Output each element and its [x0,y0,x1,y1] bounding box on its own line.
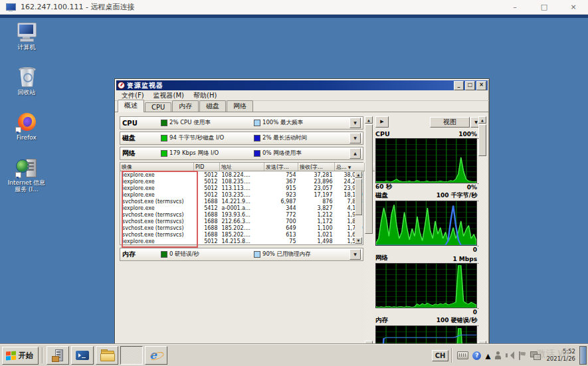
scrollbar-thumb[interactable] [365,124,373,234]
explorer-icon [100,349,114,362]
close-icon[interactable]: × [476,81,486,90]
table-cell: iexplore.exe [120,185,194,191]
tray-separator [451,348,452,363]
rdp-app-icon [6,3,16,11]
close-icon[interactable]: × [559,0,588,15]
chevron-down-icon[interactable]: ▼ [349,118,361,128]
table-row[interactable]: svchost.exe (termsvcs)1688185.202....613… [120,231,375,238]
tab-概述[interactable]: 概述 [118,100,144,112]
column-header[interactable]: 地址 [220,163,264,171]
section-header-disk[interactable]: 磁盘 94 千字节/秒磁盘 I/O 2% 最长活动时间 ▼ [120,132,363,145]
system-tray: 激活 Wi CH ?▴ 5:52 2021/1/26 [432,347,588,364]
screenshot-root: 162.247.100.111 - 远程桌面连接 –□× 计算机回收站Firef… [0,0,588,366]
table-row[interactable]: iexplore.exe5012108.235....36723,89624,2… [120,178,375,185]
scroll-down-icon[interactable]: ▼ [355,237,362,244]
table-cell: 193.93.6... [220,211,264,218]
section-header-cpu[interactable]: CPU 2% CPU 使用率 100% 最大频率 ▼ [120,116,363,130]
minimize-icon[interactable]: – [500,0,530,15]
explorer-taskbar-button[interactable] [96,346,118,365]
column-header[interactable]: 总...▼ [335,163,365,171]
table-cell: 14.215.8... [220,238,264,244]
column-header[interactable]: PID [194,163,220,171]
resmon-menubar: 文件(F)监视器(M)帮助(H) [115,90,489,101]
tab-CPU[interactable]: CPU [145,102,171,112]
section-header-network[interactable]: 网络 179 Kbps 网络 I/O 0% 网络使用率 ▲ [120,147,363,160]
section-header-memory[interactable]: 内存 0 硬错误/秒 90% 已用物理内存 ▼ [120,248,363,261]
desktop-icon-computer[interactable]: 计算机 [5,21,48,50]
table-cell: 772 [264,211,298,218]
maximize-icon[interactable]: □ [465,81,475,90]
tab-磁盘[interactable]: 磁盘 [199,100,226,112]
tab-内存[interactable]: 内存 [172,100,199,112]
minimize-icon[interactable]: _ [454,81,464,90]
keyboard-icon[interactable] [457,351,468,359]
column-header[interactable]: 发送(字... [264,163,298,171]
table-row[interactable]: iexplore.exe5012108.224....75437,28138,0… [120,171,375,179]
start-button[interactable]: 开始 [2,347,39,365]
volume-icon[interactable] [506,351,514,359]
table-cell: svchost.exe (termsvcs) [120,198,194,205]
table-cell: iexplore.exe [120,171,194,179]
collapse-panel-button[interactable]: ▶ [375,116,389,128]
language-indicator[interactable]: CH [432,350,449,361]
chevron-up-icon[interactable]: ▲ [349,148,361,159]
activate-windows-watermark: 激活 Wi [536,348,569,360]
view-button[interactable]: 视图 ▼ [430,117,482,128]
user-icon[interactable] [494,351,502,359]
powershell-taskbar-button[interactable] [71,346,94,365]
table-row[interactable]: svchost.exe (termsvcs)1688212.66.3...700… [120,218,375,225]
scroll-up-icon[interactable]: ▲ [478,116,486,124]
table-cell: 1688 [194,231,220,238]
help-icon[interactable]: ? [472,351,481,360]
internet-explorer-icon: e [149,349,163,362]
graph-scale-label: 100 千字节/秒 [437,191,477,200]
shortcut-arrow-icon [15,172,21,178]
scroll-up-icon[interactable]: ▲ [365,116,373,124]
server-manager-taskbar-button[interactable] [47,346,69,365]
table-row[interactable]: iexplore.exe5412a-0001.a...3443,8274,171 [120,205,375,211]
menu-item[interactable]: 帮助(H) [189,90,221,101]
show-desktop-button[interactable] [579,346,587,365]
table-row[interactable]: iexplore.exe5012113.113....91523,05723,9… [120,185,375,191]
graphs-panel-scrollbar[interactable]: ▲ ▼ [478,116,486,348]
show-hidden-icon[interactable]: ▴ [485,349,490,362]
table-row[interactable]: svchost.exe (termsvcs)168814.221.9...6,9… [120,198,375,205]
scrollbar-thumb[interactable] [478,124,486,156]
resmon-tabstrip: 概述CPU内存磁盘网络 [115,101,489,112]
internet-explorer-taskbar-button[interactable]: e [145,346,167,365]
tab-网络[interactable]: 网络 [227,100,253,112]
table-row[interactable]: svchost.exe (termsvcs)1688185.202....649… [120,225,375,231]
resmon-app-icon [118,82,125,89]
table-scrollbar[interactable]: ▲ ▼ [355,171,362,244]
column-header[interactable]: 映像 [120,163,194,171]
blue-square-icon [254,135,260,141]
desktop-icon-firefox[interactable]: Firefox [5,112,48,141]
resource-monitor-icon [124,349,139,362]
desktop-icon-iis[interactable]: Internet 信息服务 (I... [5,157,48,193]
table-cell: 37,281 [298,171,335,179]
chevron-down-icon[interactable]: ▼ [349,133,361,143]
menu-item[interactable]: 监视器(M) [149,90,188,101]
graph-title: 内存 [375,316,388,325]
main-panel-scrollbar[interactable]: ▲ ▼ [365,116,373,348]
table-cell: 1,498 [298,238,335,244]
table-cell: 6,987 [264,198,298,205]
table-cell: 17,197 [298,191,335,198]
table-row[interactable]: iexplore.exe5012103.235....92317,19718,1… [120,191,375,198]
network-stat-io: 179 Kbps 网络 I/O [161,149,254,157]
desktop-icon-recycle-bin[interactable]: 回收站 [5,66,48,96]
resource-monitor-taskbar-button[interactable] [120,346,143,365]
server-manager-icon [50,349,65,362]
resmon-title: 资源监视器 [127,81,163,90]
resmon-titlebar[interactable]: 资源监视器 _□× [116,80,488,90]
scrollbar-thumb[interactable] [355,179,362,215]
computer-icon [15,21,38,43]
table-row[interactable]: iexplore.exe501214.215.8...751,4981,572 [120,238,375,244]
column-header[interactable]: 接收(字... [298,163,335,171]
scroll-up-icon[interactable]: ▲ [355,171,362,178]
flag-icon[interactable] [518,351,526,360]
table-row[interactable]: svchost.exe (termsvcs)1688193.93.6...772… [120,211,375,218]
graph-bottom-right-label: 0 [473,309,477,316]
chevron-down-icon[interactable]: ▼ [349,249,361,260]
maximize-icon[interactable]: □ [530,0,559,15]
